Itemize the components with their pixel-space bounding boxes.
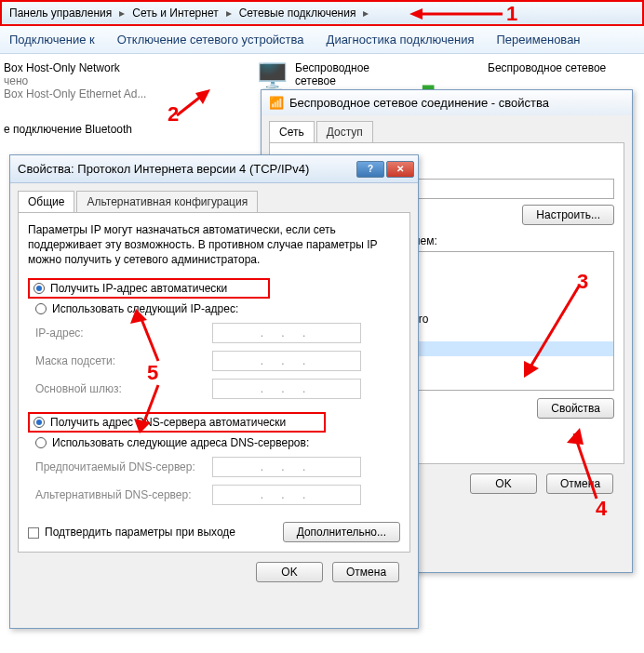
checkbox-icon [28, 527, 39, 539]
intro-text: Параметры IP могут назначаться автоматич… [28, 222, 400, 267]
dns2-label: Альтернативный DNS-сервер: [35, 488, 212, 501]
crumb-connections[interactable]: Сетевые подключения [235, 7, 360, 20]
dialog-ipv4-props: Свойства: Протокол Интернета версии 4 (T… [9, 154, 419, 629]
tab-general[interactable]: Общие [18, 191, 74, 212]
close-button[interactable]: ✕ [386, 161, 414, 178]
network-icon: 📶 [269, 96, 284, 110]
dialog-title: 📶 Беспроводное сетевое соединение - свой… [262, 90, 632, 115]
mask-label: Маска подсети: [35, 354, 212, 367]
tab-network[interactable]: Сеть [269, 121, 315, 142]
radio-icon [35, 437, 47, 448]
crumb-network[interactable]: Сеть и Интернет [128, 7, 221, 20]
dns1-label: Предпочитаемый DNS-сервер: [35, 460, 212, 473]
radio-icon [35, 303, 47, 314]
ok-button[interactable]: OK [470, 473, 537, 494]
ip-input[interactable]: . . . [212, 323, 361, 343]
dialog-title: Свойства: Протокол Интернета версии 4 (T… [18, 162, 309, 176]
help-button[interactable]: ? [356, 161, 384, 178]
dns1-input[interactable]: . . . [212, 457, 361, 477]
confirm-checkbox[interactable]: Подтвердить параметры при выходе [28, 526, 235, 539]
cancel-button[interactable]: Отмена [546, 473, 613, 494]
toolbar-disable[interactable]: Отключение сетевого устройства [117, 33, 304, 47]
mask-input[interactable]: . . . [212, 351, 361, 371]
toolbar-diagnose[interactable]: Диагностика подключения [327, 33, 475, 47]
properties-button[interactable]: Свойства [537, 398, 614, 419]
ok-button[interactable]: OK [256, 562, 323, 582]
gateway-input[interactable]: . . . [212, 379, 361, 399]
toolbar-connect[interactable]: Подключение к [9, 33, 95, 47]
configure-button[interactable]: Настроить... [522, 205, 614, 225]
advanced-button[interactable]: Дополнительно... [283, 522, 400, 542]
radio-auto-ip[interactable]: Получить IP-адрес автоматически [28, 278, 270, 299]
radio-manual-ip[interactable]: Использовать следующий IP-адрес: [28, 299, 400, 319]
radio-manual-dns[interactable]: Использовать следующие адреса DNS-сервер… [28, 433, 400, 453]
chevron-right-icon: ▸ [359, 7, 372, 20]
tab-alt-config[interactable]: Альтернативная конфигурация [76, 191, 258, 212]
chevron-right-icon: ▸ [222, 7, 235, 20]
crumb-control-panel[interactable]: Панель управления [6, 7, 115, 20]
breadcrumb[interactable]: Панель управления▸ Сеть и Интернет▸ Сете… [0, 0, 644, 26]
tab-access[interactable]: Доступ [316, 121, 373, 142]
cancel-button[interactable]: Отмена [332, 562, 399, 582]
radio-icon [34, 283, 45, 294]
radio-auto-dns[interactable]: Получить адрес DNS-сервера автоматически [28, 412, 326, 433]
conn-wireless-2[interactable]: Беспроводное сетевое [484, 60, 633, 76]
gateway-label: Основной шлюз: [35, 382, 212, 395]
tabs: Сеть Доступ [269, 121, 624, 143]
toolbar: Подключение к Отключение сетевого устрой… [0, 26, 644, 54]
radio-icon [34, 417, 45, 428]
dns2-input[interactable]: . . . [212, 485, 361, 505]
chevron-right-icon: ▸ [115, 7, 128, 20]
ip-label: IP-адрес: [35, 326, 212, 340]
toolbar-rename[interactable]: Переименован [497, 33, 581, 47]
